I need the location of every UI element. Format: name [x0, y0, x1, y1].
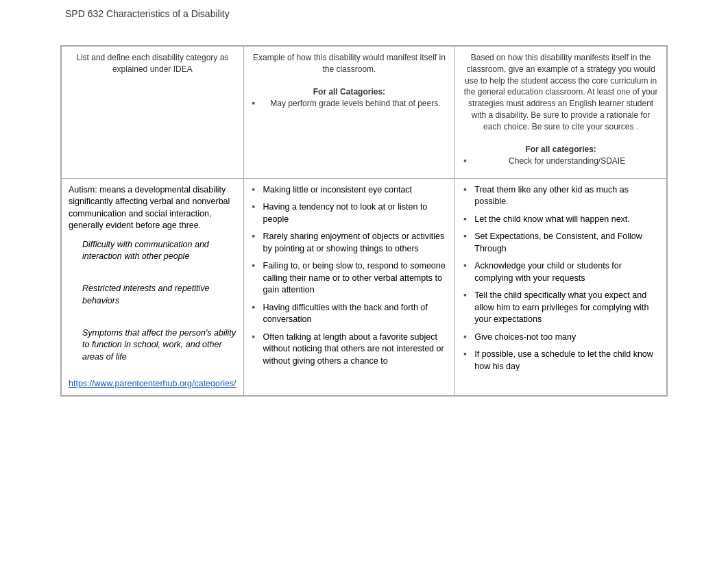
manifestation-item: Often talking at length about a favorite…	[251, 331, 448, 368]
header-row: List and define each disability category…	[62, 47, 667, 179]
manifestation-item: Having a tendency not to look at or list…	[251, 201, 448, 225]
page-title: SPD 632 Characteristics of a Disability	[0, 0, 728, 25]
header-col1: List and define each disability category…	[62, 47, 244, 179]
col2-cell: Making little or inconsistent eye contac…	[243, 178, 455, 396]
header-col3-list: Check for understanding/SDAIE	[462, 155, 659, 167]
sub-category-symptoms: Symptoms that affect the person's abilit…	[82, 327, 236, 364]
strategy-item: Set Expectations, be Consistent, and Fol…	[462, 231, 659, 255]
header-col3-text: Based on how this disability manifests i…	[464, 53, 658, 132]
header-col2: Example of how this disability would man…	[243, 47, 455, 179]
col1-cell: Autism: means a developmental disability…	[62, 178, 244, 396]
header-col3-list-item: Check for understanding/SDAIE	[462, 155, 659, 167]
header-col2-list-item-text: May perform grade levels behind that of …	[270, 99, 440, 108]
strategy-item: Treat them like any other kid as much as…	[462, 184, 659, 208]
strategy-item: Give choices-not too many	[462, 331, 659, 344]
manifestation-item: Having difficulties with the back and fo…	[251, 302, 448, 326]
manifestation-item: Failing to, or being slow to, respond to…	[251, 260, 448, 297]
strategy-list: Treat them like any other kid as much as…	[462, 184, 659, 373]
header-col3-list-item-text: Check for understanding/SDAIE	[509, 156, 625, 166]
sub-category-communication: Difficulty with communication and intera…	[82, 239, 236, 263]
main-table-container: List and define each disability category…	[60, 45, 668, 397]
table-row: Autism: means a developmental disability…	[62, 178, 667, 396]
for-all-col2-label: For all Catagories:	[313, 87, 385, 97]
header-col3: Based on how this disability manifests i…	[455, 47, 667, 179]
autism-definition: Autism: means a developmental disability…	[69, 184, 236, 232]
header-col2-text: Example of how this disability would man…	[253, 53, 446, 74]
col3-cell: Treat them like any other kid as much as…	[455, 178, 667, 396]
manifestation-item: Rarely sharing enjoyment of objects or a…	[251, 231, 448, 255]
strategy-item: If possible, use a schedule to let the c…	[462, 349, 659, 373]
manifestation-item: Making little or inconsistent eye contac…	[251, 184, 448, 197]
strategy-item: Tell the child specifically what you exp…	[462, 290, 659, 326]
header-col2-list: May perform grade levels behind that of …	[251, 98, 448, 110]
for-all-col3-label: For all categories:	[525, 145, 596, 154]
table-body: Autism: means a developmental disability…	[62, 178, 667, 396]
header-col2-list-item: May perform grade levels behind that of …	[251, 98, 448, 110]
manifestation-list: Making little or inconsistent eye contac…	[251, 184, 448, 368]
strategy-item: Acknowledge your child or students for c…	[462, 260, 659, 284]
reference-link[interactable]: https://www.parentcenterhub.org/categori…	[69, 379, 236, 388]
main-table: List and define each disability category…	[61, 46, 667, 396]
sub-category-restricted: Restricted interests and repetitive beha…	[82, 283, 236, 307]
strategy-item: Let the child know what will happen next…	[462, 214, 659, 226]
